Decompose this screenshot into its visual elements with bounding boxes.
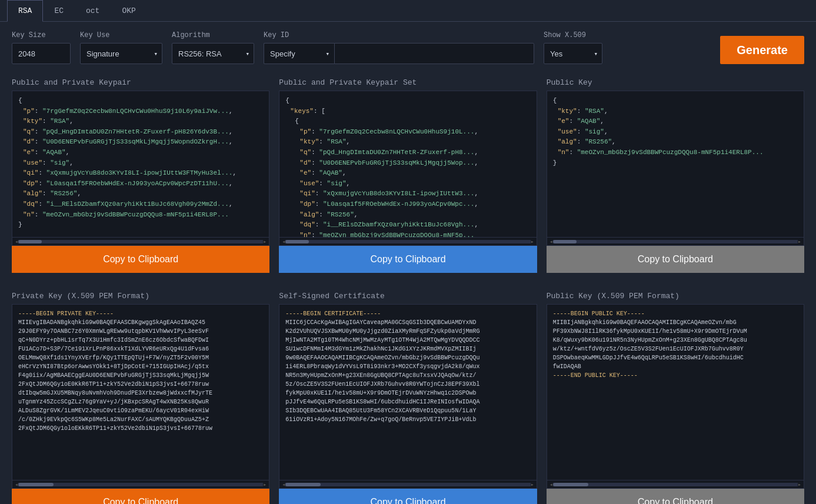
public-key-pem-code-wrapper: -----BEGIN PUBLIC KEY----- MIIBIjANBgkqh…	[547, 304, 804, 489]
key-id-label: Key ID	[264, 31, 534, 39]
keypair-code-wrapper: { "p": "7rgGefmZ0q2Cecbw8nLQCHvCWu0HhuS9…	[12, 91, 269, 246]
tab-okp[interactable]: OKP	[111, 0, 146, 21]
public-key-scrollbar[interactable]: ◂ ▸	[547, 238, 804, 246]
key-id-group: Key ID Specify Auto	[264, 31, 534, 64]
self-signed-cert-scrollbar-track[interactable]	[285, 483, 530, 486]
public-key-pem-copy-button[interactable]: Copy to Clipboard	[547, 489, 804, 504]
self-signed-cert-code: -----BEGIN CERTIFICATE----- MIIC6jCCAcKg…	[279, 304, 537, 480]
self-signed-cert-code-wrapper: -----BEGIN CERTIFICATE----- MIIC6jCCAcKg…	[279, 304, 537, 489]
private-key-pem-title: Private Key (X.509 PEM Format)	[12, 292, 269, 301]
keypair-set-scrollbar-thumb	[285, 240, 309, 243]
keypair-set-title: Public and Private Keypair Set	[279, 78, 537, 87]
public-key-pem-code: -----BEGIN PUBLIC KEY----- MIIBIjANBgkqh…	[547, 304, 804, 480]
self-signed-cert-scroll-right-icon[interactable]: ▸	[531, 481, 534, 488]
private-key-pem-scroll-right-icon[interactable]: ▸	[263, 481, 267, 488]
show-x509-wrapper: Yes No	[544, 43, 602, 64]
self-signed-cert-text: -----BEGIN CERTIFICATE----- MIIC6jCCAcKg…	[285, 309, 530, 424]
key-size-group: Key Size	[12, 31, 71, 64]
show-x509-select[interactable]: Yes No	[544, 43, 602, 64]
show-x509-group: Show X.509 Yes No	[544, 31, 602, 64]
private-key-pem-scrollbar-track[interactable]	[18, 483, 263, 486]
specify-select[interactable]: Specify Auto	[264, 43, 334, 64]
key-size-input[interactable]	[12, 43, 71, 64]
controls-row: Key Size Key Use Signature Encryption Al…	[0, 22, 816, 74]
public-key-scrollbar-thumb	[553, 240, 577, 243]
public-key-pem-text: -----BEGIN PUBLIC KEY----- MIIBIjANBgkqh…	[553, 309, 798, 380]
algorithm-group: Algorithm RS256: RSA RS384: RSA RS512: R…	[172, 31, 254, 64]
top-panels: Public and Private Keypair { "p": "7rgGe…	[0, 74, 816, 278]
private-key-pem-scrollbar[interactable]: ◂ ▸	[12, 480, 269, 489]
public-key-code: { "kty": "RSA", "e": "AQAB", "use": "sig…	[547, 91, 804, 238]
public-key-pem-scrollbar[interactable]: ◂ ▸	[547, 480, 804, 489]
keypair-panel: Public and Private Keypair { "p": "7rgGe…	[7, 74, 274, 278]
keypair-scrollbar-track[interactable]	[18, 240, 263, 243]
public-key-title: Public Key	[547, 78, 804, 87]
self-signed-cert-copy-button[interactable]: Copy to Clipboard	[279, 489, 537, 504]
key-use-group: Key Use Signature Encryption	[80, 31, 162, 64]
keypair-scrollbar-thumb	[18, 240, 42, 243]
private-key-pem-code-wrapper: -----BEGIN PRIVATE KEY----- MIIEvgIBADAN…	[12, 304, 269, 489]
key-id-input[interactable]	[334, 43, 534, 64]
public-key-pem-scroll-right-icon[interactable]: ▸	[798, 481, 801, 488]
tab-bar: RSA EC oct OKP	[0, 0, 816, 22]
keypair-set-copy-button[interactable]: Copy to Clipboard	[279, 246, 537, 273]
public-key-pem-scrollbar-track[interactable]	[553, 483, 798, 486]
self-signed-cert-scrollbar-thumb	[285, 483, 321, 486]
private-key-pem-code: -----BEGIN PRIVATE KEY----- MIIEvgIBADAN…	[12, 304, 269, 480]
key-size-label: Key Size	[12, 31, 71, 39]
public-key-code-wrapper: { "kty": "RSA", "e": "AQAB", "use": "sig…	[547, 91, 804, 246]
public-key-copy-button[interactable]: Copy to Clipboard	[547, 246, 804, 273]
public-key-scrollbar-track[interactable]	[553, 240, 798, 243]
key-use-wrapper: Signature Encryption	[80, 43, 162, 64]
keypair-scroll-right-icon[interactable]: ▸	[263, 238, 267, 245]
key-use-select[interactable]: Signature Encryption	[80, 43, 162, 64]
keypair-set-panel: Public and Private Keypair Set { "keys":…	[274, 74, 541, 278]
self-signed-cert-panel: Self-Signed Certificate -----BEGIN CERTI…	[274, 287, 541, 504]
algorithm-label: Algorithm	[172, 31, 254, 39]
tab-ec[interactable]: EC	[43, 0, 75, 21]
keypair-title: Public and Private Keypair	[12, 78, 269, 87]
keypair-set-code-wrapper: { "keys": [ { "p": "7rgGefmZ0q2Cecbw8nLQ…	[279, 91, 537, 246]
private-key-pem-panel: Private Key (X.509 PEM Format) -----BEGI…	[7, 287, 274, 504]
specify-wrapper: Specify Auto	[264, 43, 334, 64]
tab-oct[interactable]: oct	[75, 0, 111, 21]
public-key-scroll-right-icon[interactable]: ▸	[798, 238, 801, 245]
keypair-code: { "p": "7rgGefmZ0q2Cecbw8nLQCHvCWu0HhuS9…	[12, 91, 269, 238]
private-key-pem-copy-button[interactable]: Copy to Clipboard	[12, 489, 269, 504]
keypair-set-code: { "keys": [ { "p": "7rgGefmZ0q2Cecbw8nLQ…	[279, 91, 537, 238]
keypair-scrollbar[interactable]: ◂ ▸	[12, 238, 269, 246]
tab-rsa[interactable]: RSA	[7, 0, 43, 22]
public-key-pem-title: Public Key (X.509 PEM Format)	[547, 292, 804, 301]
generate-button[interactable]: Generate	[720, 36, 804, 64]
keypair-set-scroll-right-icon[interactable]: ▸	[531, 238, 534, 245]
bottom-panels: Private Key (X.509 PEM Format) -----BEGI…	[0, 287, 816, 504]
keypair-copy-button[interactable]: Copy to Clipboard	[12, 246, 269, 273]
keypair-set-scrollbar-track[interactable]	[285, 240, 530, 243]
key-use-label: Key Use	[80, 31, 162, 39]
keypair-set-scrollbar[interactable]: ◂ ▸	[279, 238, 537, 246]
public-key-panel: Public Key { "kty": "RSA", "e": "AQAB", …	[542, 74, 809, 278]
private-key-pem-text: -----BEGIN PRIVATE KEY----- MIIEvgIBADAN…	[18, 309, 263, 433]
private-key-pem-scrollbar-thumb	[18, 483, 54, 486]
self-signed-cert-scrollbar[interactable]: ◂ ▸	[279, 480, 537, 489]
public-key-pem-panel: Public Key (X.509 PEM Format) -----BEGIN…	[542, 287, 809, 504]
algorithm-wrapper: RS256: RSA RS384: RSA RS512: RSA	[172, 43, 254, 64]
public-key-pem-scrollbar-thumb	[553, 483, 588, 486]
self-signed-cert-title: Self-Signed Certificate	[279, 292, 537, 301]
algorithm-select[interactable]: RS256: RSA RS384: RSA RS512: RSA	[172, 43, 254, 64]
show-x509-label: Show X.509	[544, 31, 602, 39]
